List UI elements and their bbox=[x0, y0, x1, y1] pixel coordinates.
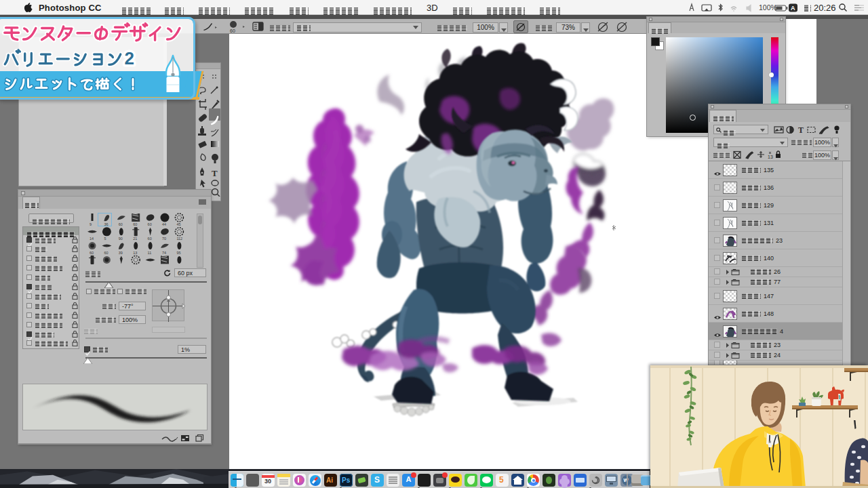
svg-text:100%: 100% bbox=[759, 3, 777, 12]
svg-text:45: 45 bbox=[176, 222, 180, 226]
svg-text:13: 13 bbox=[768, 155, 773, 159]
svg-text:112: 112 bbox=[176, 237, 182, 241]
svg-text:T: T bbox=[212, 168, 218, 178]
svg-text:60: 60 bbox=[148, 237, 152, 241]
svg-text:T: T bbox=[798, 125, 804, 135]
svg-text:13: 13 bbox=[133, 251, 137, 255]
svg-text:60: 60 bbox=[230, 28, 235, 33]
svg-text:95: 95 bbox=[176, 251, 180, 255]
svg-text:70: 70 bbox=[162, 237, 166, 241]
svg-text:90: 90 bbox=[119, 237, 123, 241]
svg-text:60: 60 bbox=[133, 222, 137, 226]
svg-text:11: 11 bbox=[148, 251, 152, 255]
svg-text:44: 44 bbox=[162, 222, 166, 226]
svg-text:60: 60 bbox=[119, 222, 123, 226]
svg-text:74: 74 bbox=[162, 251, 166, 255]
svg-text:21: 21 bbox=[133, 237, 137, 241]
svg-text:60: 60 bbox=[90, 251, 94, 255]
svg-text:14: 14 bbox=[90, 237, 94, 241]
svg-text:2: 2 bbox=[125, 49, 134, 68]
svg-text:60: 60 bbox=[148, 222, 152, 226]
svg-text:5: 5 bbox=[104, 237, 106, 241]
svg-text:9: 9 bbox=[90, 222, 92, 226]
svg-text:A: A bbox=[791, 5, 795, 12]
svg-text:60: 60 bbox=[104, 251, 108, 255]
svg-text:39: 39 bbox=[119, 251, 123, 255]
